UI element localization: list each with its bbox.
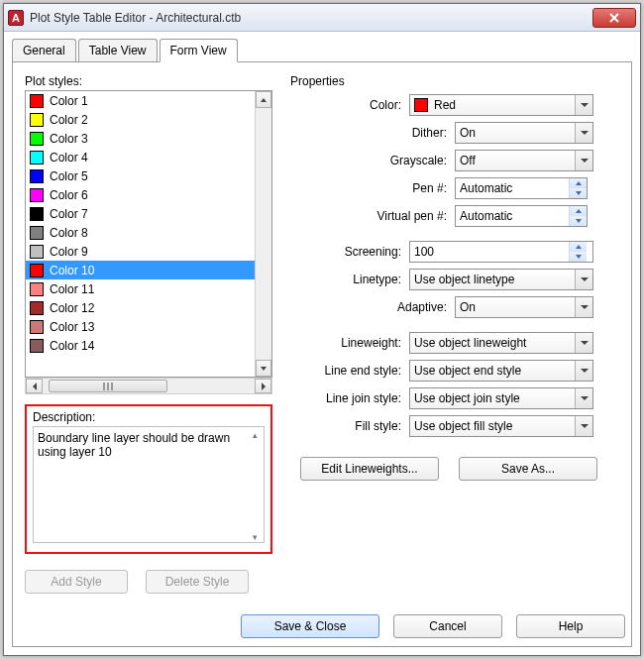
plot-style-item[interactable]: Color 14 [26, 336, 255, 355]
spin-up-icon[interactable] [570, 178, 587, 188]
virtual-pen-spin[interactable] [455, 205, 588, 227]
plot-style-item[interactable]: Color 7 [26, 204, 255, 223]
scroll-track[interactable] [256, 108, 271, 360]
dropdown-icon[interactable] [575, 416, 592, 436]
plot-style-item[interactable]: Color 1 [26, 91, 255, 110]
left-column: Plot styles: Color 1Color 2Color 3Color … [25, 74, 272, 634]
color-swatch-icon [414, 98, 428, 112]
lineweight-combo[interactable]: Use object lineweight [409, 332, 593, 354]
virtual-pen-label: Virtual pen #: [290, 209, 455, 223]
description-label: Description: [33, 410, 265, 424]
adaptive-combo[interactable]: On [455, 296, 593, 318]
dropdown-icon[interactable] [575, 95, 592, 115]
scroll-h-track[interactable] [43, 379, 255, 393]
close-button[interactable] [592, 8, 636, 28]
line-join-style-combo[interactable]: Use object join style [409, 387, 593, 409]
grayscale-combo[interactable]: Off [455, 150, 593, 171]
plot-style-item[interactable]: Color 12 [26, 298, 255, 317]
dialog-footer: Save & Close Cancel Help [13, 614, 631, 638]
line-end-style-combo[interactable]: Use object end style [409, 360, 593, 382]
scroll-up-button[interactable] [256, 91, 271, 108]
dropdown-icon[interactable] [575, 151, 592, 170]
delete-style-button: Delete Style [146, 570, 249, 594]
tab-table-view[interactable]: Table View [78, 39, 158, 62]
plot-style-item[interactable]: Color 4 [26, 148, 255, 166]
dropdown-icon[interactable] [575, 361, 592, 381]
plot-style-item[interactable]: Color 8 [26, 223, 255, 242]
color-combo[interactable]: Red [409, 94, 593, 116]
description-textarea[interactable] [33, 426, 265, 543]
line-end-style-value: Use object end style [414, 364, 521, 378]
vertical-scrollbar[interactable] [255, 91, 271, 377]
plot-styles-label: Plot styles: [25, 74, 272, 88]
color-swatch-icon [30, 169, 44, 183]
help-button[interactable]: Help [516, 614, 625, 638]
cancel-button[interactable]: Cancel [393, 614, 502, 638]
dropdown-icon[interactable] [575, 297, 592, 317]
save-close-button[interactable]: Save & Close [241, 614, 379, 638]
plot-style-item[interactable]: Color 10 [26, 261, 255, 279]
plot-style-item-label: Color 6 [50, 188, 88, 202]
color-swatch-icon [30, 282, 44, 296]
plot-style-item-label: Color 4 [50, 151, 88, 165]
fill-style-combo[interactable]: Use object fill style [409, 415, 593, 437]
spin-up-icon[interactable] [570, 206, 587, 216]
dialog-window: A Plot Style Table Editor - Architectura… [3, 3, 641, 656]
dropdown-icon[interactable] [575, 388, 592, 408]
plot-styles-listbox[interactable]: Color 1Color 2Color 3Color 4Color 5Color… [25, 90, 272, 378]
plot-style-item[interactable]: Color 2 [26, 110, 255, 129]
titlebar[interactable]: A Plot Style Table Editor - Architectura… [4, 4, 640, 32]
plot-style-item-label: Color 9 [50, 245, 88, 259]
plot-style-item[interactable]: Color 3 [26, 129, 255, 148]
plot-style-item-label: Color 13 [50, 320, 94, 334]
spin-down-icon[interactable] [570, 216, 587, 226]
spin-down-icon[interactable] [570, 188, 587, 198]
tab-form-view[interactable]: Form View [160, 39, 238, 62]
dither-label: Dither: [290, 126, 455, 140]
linetype-label: Linetype: [290, 273, 409, 286]
scroll-down-button[interactable] [256, 360, 271, 377]
color-swatch-icon [30, 264, 44, 277]
virtual-pen-input[interactable] [456, 206, 569, 226]
spin-down-icon[interactable] [570, 252, 587, 262]
tab-general[interactable]: General [12, 39, 76, 62]
color-swatch-icon [30, 301, 44, 315]
pen-input[interactable] [456, 178, 569, 198]
plot-style-item[interactable]: Color 13 [26, 317, 255, 336]
linetype-value: Use object linetype [414, 273, 514, 286]
horizontal-scrollbar[interactable] [25, 378, 272, 394]
dropdown-icon[interactable] [575, 333, 592, 353]
client-area: General Table View Form View Plot styles… [12, 38, 632, 647]
dropdown-icon[interactable] [575, 270, 592, 289]
color-swatch-icon [30, 188, 44, 202]
plot-style-item-label: Color 12 [50, 301, 94, 315]
color-swatch-icon [30, 113, 44, 127]
plot-style-item[interactable]: Color 11 [26, 279, 255, 298]
description-group: Description: ▴ ▾ [25, 404, 272, 554]
edit-lineweights-button[interactable]: Edit Lineweights... [300, 457, 439, 481]
dither-combo[interactable]: On [455, 122, 593, 144]
app-icon: A [8, 10, 24, 26]
description-scrollbar[interactable]: ▴ ▾ [248, 428, 263, 544]
linetype-combo[interactable]: Use object linetype [409, 269, 593, 290]
line-join-style-value: Use object join style [414, 391, 520, 405]
scroll-down-icon[interactable]: ▾ [248, 530, 263, 544]
plot-style-item[interactable]: Color 9 [26, 242, 255, 261]
plot-style-item[interactable]: Color 6 [26, 185, 255, 204]
screening-input[interactable] [410, 242, 569, 262]
scroll-up-icon[interactable]: ▴ [248, 428, 263, 442]
scroll-right-button[interactable] [255, 379, 271, 393]
color-swatch-icon [30, 226, 44, 240]
color-label: Color: [290, 98, 409, 112]
plot-style-item-label: Color 7 [50, 207, 88, 221]
adaptive-label: Adaptive: [290, 300, 455, 314]
plot-style-item[interactable]: Color 5 [26, 166, 255, 185]
dropdown-icon[interactable] [575, 123, 592, 143]
scroll-h-thumb[interactable] [49, 380, 167, 392]
scroll-left-button[interactable] [26, 379, 43, 393]
spin-up-icon[interactable] [570, 242, 587, 252]
save-as-button[interactable]: Save As... [459, 457, 597, 481]
pen-spin[interactable] [455, 177, 588, 199]
plot-style-item-label: Color 3 [50, 132, 88, 146]
screening-spin[interactable] [409, 241, 593, 263]
